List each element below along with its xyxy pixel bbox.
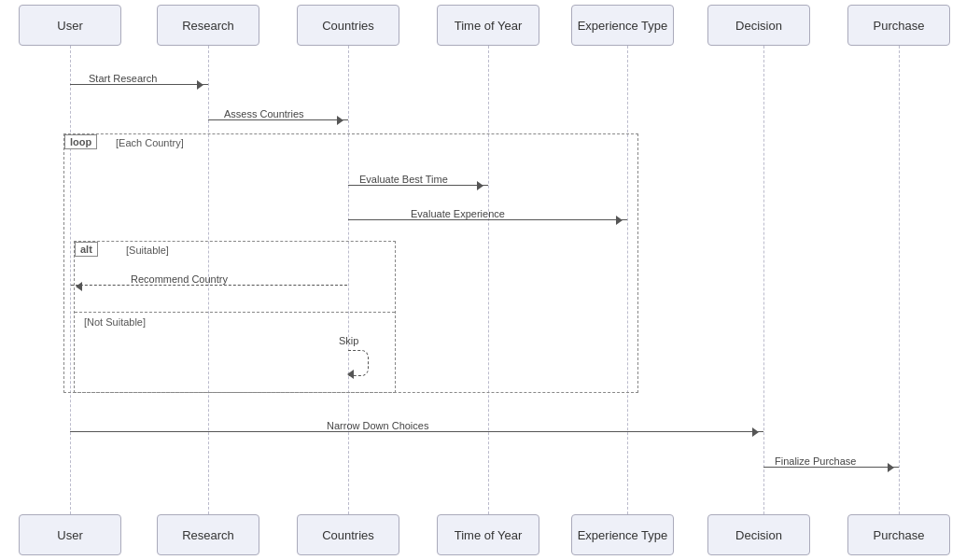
alt-divider <box>75 312 395 313</box>
arrow-finalize-purchase <box>763 467 899 468</box>
lifeline-purchase <box>899 46 900 514</box>
label-narrow-down: Narrow Down Choices <box>327 420 428 431</box>
loop-label: loop <box>64 134 97 149</box>
label-skip: Skip <box>339 335 358 346</box>
lifeline-decision <box>763 46 764 514</box>
lifeline-box-purchase-top: Purchase <box>847 5 950 46</box>
label-evaluate-best-time: Evaluate Best Time <box>359 174 448 185</box>
arrow-narrow-down <box>70 431 763 432</box>
lifeline-box-research-bottom: Research <box>157 514 259 555</box>
arrow-evaluate-experience <box>348 219 627 220</box>
lifeline-box-decision-top: Decision <box>707 5 810 46</box>
alt-condition-suitable: [Suitable] <box>126 245 169 256</box>
arrow-assess-countries <box>208 119 348 120</box>
lifeline-box-countries-top: Countries <box>297 5 399 46</box>
lifeline-box-timeofyear-bottom: Time of Year <box>437 514 539 555</box>
label-recommend-country: Recommend Country <box>131 273 228 285</box>
label-evaluate-experience: Evaluate Experience <box>411 208 505 219</box>
label-assess-countries: Assess Countries <box>224 108 304 119</box>
loop-condition: [Each Country] <box>116 137 184 148</box>
alt-label: alt <box>75 242 98 257</box>
label-finalize-purchase: Finalize Purchase <box>775 455 856 467</box>
lifeline-box-user-top: User <box>19 5 121 46</box>
alt-condition-notsuitable: [Not Suitable] <box>84 316 146 328</box>
lifeline-box-timeofyear-top: Time of Year <box>437 5 539 46</box>
lifeline-box-experiencetype-top: Experience Type <box>571 5 674 46</box>
arrow-recommend-country <box>71 285 347 286</box>
arrow-evaluate-best-time <box>348 185 488 186</box>
lifeline-box-purchase-bottom: Purchase <box>847 514 950 555</box>
self-arrow-skip <box>348 350 369 376</box>
lifeline-box-decision-bottom: Decision <box>707 514 810 555</box>
lifeline-box-experiencetype-bottom: Experience Type <box>571 514 674 555</box>
sequence-diagram: User Research Countries Time of Year Exp… <box>0 0 980 560</box>
lifeline-box-research-top: Research <box>157 5 259 46</box>
label-start-research: Start Research <box>89 73 157 84</box>
lifeline-box-countries-bottom: Countries <box>297 514 399 555</box>
lifeline-box-user-bottom: User <box>19 514 121 555</box>
arrow-start-research <box>70 84 208 85</box>
